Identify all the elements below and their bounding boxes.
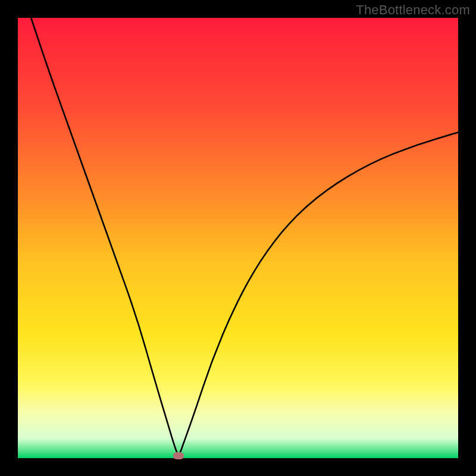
bottleneck-plot: [18, 18, 458, 458]
minimum-marker: [173, 452, 184, 459]
chart-frame: TheBottleneck.com: [0, 0, 476, 476]
watermark-text: TheBottleneck.com: [356, 2, 470, 18]
plot-background: [18, 18, 458, 458]
